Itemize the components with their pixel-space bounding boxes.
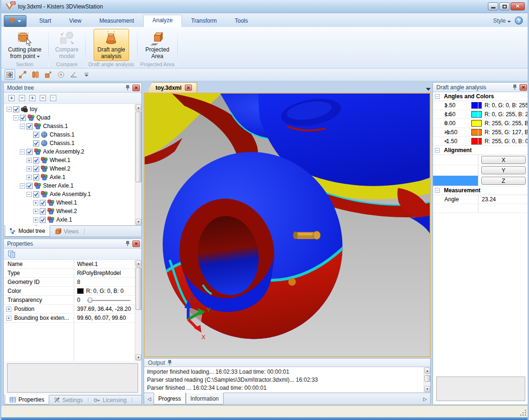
pin-icon[interactable] (167, 360, 173, 366)
style-menu[interactable]: Style (493, 17, 511, 24)
scroll-up-icon[interactable]: ▲ (136, 260, 141, 266)
measure-angle-icon[interactable] (69, 69, 79, 80)
close-document-icon[interactable]: ✕ (185, 85, 192, 91)
tab-information[interactable]: Information (186, 393, 224, 404)
tab-views[interactable]: Views (50, 226, 84, 237)
compare-model-button[interactable]: Compare model (52, 29, 82, 61)
angle-color-swatch[interactable] (471, 111, 482, 118)
collapse-icon[interactable]: − (435, 188, 440, 193)
projected-area-button[interactable]: Projected Area (141, 29, 173, 61)
tab-start[interactable]: Start (30, 16, 60, 27)
tree-expander-icon[interactable]: − (20, 124, 25, 129)
tree-checkbox[interactable] (26, 225, 33, 226)
collapse-all-button[interactable]: − (19, 95, 25, 101)
alignment-selection-cell[interactable] (433, 155, 478, 165)
document-tab[interactable]: toy.3dxml ✕ (147, 82, 197, 93)
tree-row[interactable]: +Wheel.2 (4, 207, 135, 215)
expand-level-button[interactable]: · (50, 95, 56, 101)
tree-checkbox[interactable] (33, 191, 39, 197)
tree-checkbox[interactable] (40, 217, 46, 223)
tab-measurement[interactable]: Measurement (90, 16, 143, 27)
angle-color-swatch[interactable] (471, 138, 482, 145)
tab-licensing[interactable]: Licensing (89, 395, 131, 404)
draft-angle-analysis-button[interactable]: Draft angle analysis (94, 29, 129, 61)
tabs-scroll-right-icon[interactable]: ▷ (421, 393, 429, 404)
restore-button[interactable] (499, 2, 510, 10)
angle-value[interactable]: -1.50 (444, 138, 468, 145)
tree-expander-icon[interactable]: − (20, 183, 25, 189)
center-point-icon[interactable] (56, 69, 66, 80)
property-value[interactable]: 397.69, 36.44, -28.20 (74, 306, 135, 312)
tree-row[interactable]: −toy (4, 105, 135, 113)
scroll-thumb[interactable] (136, 267, 141, 310)
tree-expander-icon[interactable]: + (33, 200, 38, 206)
close-panel-icon[interactable]: ✕ (520, 84, 527, 91)
tab-model-tree[interactable]: Model tree (5, 225, 50, 237)
slider-thumb[interactable] (88, 298, 92, 303)
minimize-button[interactable] (488, 2, 498, 10)
tree-row[interactable]: −Steer Axle.1 (4, 181, 135, 190)
application-menu-button[interactable] (4, 15, 26, 27)
tree-expander-icon[interactable]: − (20, 149, 25, 154)
angle-value[interactable]: -1.50 (444, 129, 468, 136)
angle-color-swatch[interactable] (471, 120, 482, 127)
tree-expander-icon[interactable]: − (13, 115, 18, 120)
tree-expander-icon[interactable]: + (26, 166, 32, 171)
tab-settings[interactable]: Settings (49, 395, 87, 404)
expand-all-button[interactable]: + (9, 95, 15, 101)
tree-row[interactable]: +Wheel.1 (4, 198, 135, 207)
tree-scrollbar[interactable]: ▲ ▼ (135, 104, 141, 225)
tree-checkbox[interactable] (20, 115, 26, 121)
tree-checkbox[interactable] (33, 157, 39, 163)
tab-tools[interactable]: Tools (225, 16, 257, 27)
expand-selected-button[interactable]: + (29, 95, 35, 101)
tree-row[interactable]: +Wheel.2 (4, 164, 135, 173)
collapse-icon[interactable]: − (435, 148, 440, 153)
tree-row[interactable]: −Quad (4, 113, 135, 122)
close-panel-icon[interactable]: ✕ (132, 85, 140, 91)
solid-edit-icon[interactable] (43, 69, 53, 80)
tree-row[interactable]: Chassis.1 (4, 130, 135, 139)
property-value[interactable]: 99.60, 60.07, 99.60 (74, 315, 135, 321)
tree-expander-icon[interactable]: + (26, 158, 32, 163)
align-x-button[interactable]: X (481, 156, 526, 164)
scroll-down-icon[interactable]: ▼ (136, 354, 141, 360)
pin-icon[interactable] (125, 85, 130, 91)
angle-color-swatch[interactable] (471, 102, 482, 109)
scroll-up-icon[interactable]: ▲ (425, 368, 430, 374)
collapse-selected-button[interactable]: − (40, 95, 46, 101)
tab-list-dropdown-icon[interactable] (426, 88, 431, 91)
tree-row[interactable]: −Axle Assembly.1 (4, 190, 135, 198)
alignment-selection-cell[interactable] (433, 176, 478, 186)
property-value[interactable]: RiPolyBrepModel (74, 270, 135, 276)
resize-grip[interactable] (520, 410, 526, 416)
tree-row[interactable]: +Steer Wheel.1 (4, 224, 135, 225)
tab-properties[interactable]: Properties (5, 395, 49, 404)
tree-checkbox[interactable] (33, 166, 39, 172)
tree-row[interactable]: −Chassis.1 (4, 122, 135, 130)
scroll-up-icon[interactable]: ▲ (136, 104, 141, 111)
tree-expander-icon[interactable]: − (7, 107, 12, 112)
close-button[interactable]: ✕ (511, 2, 525, 10)
output-scrollbar[interactable]: ▲ ▼ (424, 367, 430, 393)
align-y-button[interactable]: Y (481, 166, 526, 174)
tree-checkbox[interactable] (26, 183, 33, 189)
tree-checkbox[interactable] (33, 174, 39, 180)
help-button[interactable]: ? (515, 17, 523, 25)
tree-expander-icon[interactable]: − (26, 192, 32, 197)
copy-icon[interactable] (8, 250, 16, 258)
property-value[interactable]: 0 (74, 297, 135, 303)
tree-row[interactable]: Chassis.1 (4, 139, 135, 147)
isometric-view-icon[interactable] (5, 69, 15, 80)
toolbar-overflow-icon[interactable] (81, 69, 92, 80)
align-z-button[interactable]: Z (481, 177, 526, 185)
tree-expander-icon[interactable]: + (33, 217, 38, 223)
tree-expander-icon[interactable]: + (33, 209, 38, 214)
alignment-selection-cell[interactable] (433, 165, 478, 175)
cutting-plane-button[interactable]: Cutting plane from point (4, 29, 45, 61)
angle-color-swatch[interactable] (471, 129, 482, 136)
properties-scrollbar[interactable]: ▲ ▼ (135, 260, 141, 361)
pin-icon[interactable] (512, 84, 518, 90)
section-columns-icon[interactable] (30, 69, 41, 80)
angle-value[interactable]: 1.50 (444, 111, 468, 118)
